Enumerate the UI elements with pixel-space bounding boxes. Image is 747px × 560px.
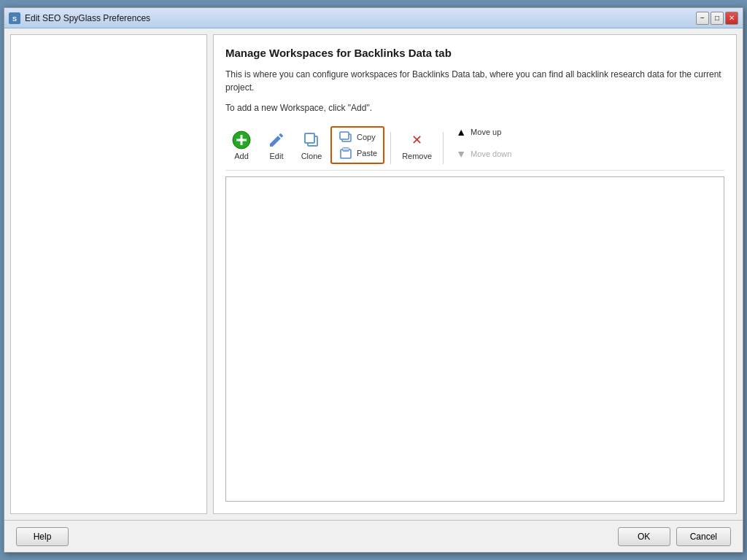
workspace-list [225, 176, 724, 502]
window-title: Edit SEO SpyGlass Preferences [25, 13, 692, 23]
workspace-toolbar: Add Edit Clone [225, 119, 724, 171]
add-label: Add [234, 152, 249, 160]
move-down-button[interactable]: ▼ Move down [449, 144, 516, 164]
add-icon [231, 130, 252, 150]
move-down-icon: ▼ [454, 147, 468, 160]
copy-button[interactable]: Copy [333, 129, 382, 145]
clone-icon [301, 130, 322, 150]
remove-label: Remove [402, 152, 432, 160]
clone-label: Clone [301, 152, 322, 160]
help-button[interactable]: Help [16, 527, 69, 546]
paste-icon [338, 147, 354, 160]
clone-button[interactable]: Clone [295, 126, 328, 164]
minimize-button[interactable]: − [696, 12, 709, 25]
svg-rect-8 [340, 132, 349, 139]
svg-text:S: S [12, 15, 17, 23]
edit-label: Edit [270, 152, 284, 160]
paste-button[interactable]: Paste [333, 145, 382, 161]
svg-rect-6 [305, 133, 314, 143]
svg-rect-11 [343, 148, 349, 150]
move-up-icon: ▲ [454, 125, 468, 139]
panel-description: This is where you can configure workspac… [225, 68, 724, 94]
maximize-button[interactable]: □ [711, 12, 724, 25]
move-up-label: Move up [471, 128, 501, 136]
cancel-button[interactable]: Cancel [676, 527, 731, 546]
move-up-button[interactable]: ▲ Move up [449, 122, 516, 142]
move-down-label: Move down [471, 149, 511, 158]
edit-icon [266, 130, 287, 150]
window-controls: − □ ✕ [696, 12, 738, 25]
title-bar: S Edit SEO SpyGlass Preferences − □ ✕ [4, 8, 743, 28]
dialog-buttons: OK Cancel [618, 527, 731, 546]
copy-icon [338, 131, 354, 144]
add-button[interactable]: Add [225, 126, 258, 164]
right-panel: Manage Workspaces for Backlinks Data tab… [213, 34, 737, 514]
main-body: Manage Workspaces for Backlinks Data tab… [4, 28, 743, 520]
toolbar-divider [390, 132, 391, 164]
close-button[interactable]: ✕ [725, 12, 738, 25]
sidebar-tree [10, 34, 207, 514]
panel-instruction: To add a new Workspace, click "Add". [225, 103, 724, 113]
app-icon: S [9, 12, 20, 24]
ok-button[interactable]: OK [618, 527, 670, 546]
bottom-bar: Help OK Cancel [4, 520, 743, 552]
panel-title: Manage Workspaces for Backlinks Data tab [225, 47, 724, 59]
paste-label: Paste [357, 149, 377, 158]
copy-label: Copy [357, 133, 376, 141]
remove-button[interactable]: ✕ Remove [397, 126, 437, 164]
remove-icon: ✕ [407, 130, 427, 150]
edit-button[interactable]: Edit [260, 126, 293, 164]
copy-paste-group: Copy Paste [330, 126, 384, 164]
main-window: S Edit SEO SpyGlass Preferences − □ ✕ Ma… [4, 7, 743, 553]
toolbar-divider2 [443, 132, 444, 164]
